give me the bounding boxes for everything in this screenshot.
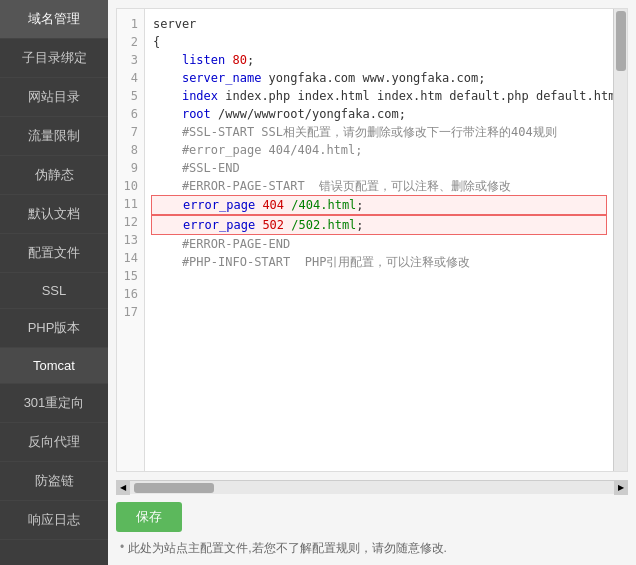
sidebar-item-configfile[interactable]: 配置文件 [0,234,108,273]
sidebar-item-label: Tomcat [33,358,75,373]
code-line-6: root /www/wwwroot/yongfaka.com; [153,105,605,123]
sidebar-item-responselog[interactable]: 响应日志 [0,501,108,540]
code-area[interactable]: server{ listen 80; server_name yongfaka.… [145,9,613,471]
sidebar-item-label: 防盗链 [35,473,74,488]
code-line-2: { [153,33,605,51]
scroll-left-button[interactable]: ◀ [116,481,130,495]
sidebar-item-label: 子目录绑定 [22,50,87,65]
info-text: 此处为站点主配置文件,若您不了解配置规则，请勿随意修改. [128,540,447,557]
sidebar-item-label: SSL [42,283,67,298]
horizontal-thumb[interactable] [134,483,214,493]
code-line-4: server_name yongfaka.com www.yongfaka.co… [153,69,605,87]
sidebar-item-subdir[interactable]: 子目录绑定 [0,39,108,78]
sidebar-item-label: 配置文件 [28,245,80,260]
sidebar-item-defaultdoc[interactable]: 默认文档 [0,195,108,234]
sidebar-item-reverseproxy[interactable]: 反向代理 [0,423,108,462]
sidebar-item-domain[interactable]: 域名管理 [0,0,108,39]
sidebar-item-php[interactable]: PHP版本 [0,309,108,348]
vertical-scrollbar[interactable] [613,9,627,471]
sidebar-item-label: 网站目录 [28,89,80,104]
code-editor[interactable]: 1234567891011121314151617 server{ listen… [116,8,628,472]
sidebar-item-hotlinking[interactable]: 防盗链 [0,462,108,501]
code-line-13: error_page 404 /404.html; [151,195,607,215]
sidebar-item-label: 伪静态 [35,167,74,182]
scrollbar-thumb[interactable] [616,11,626,71]
line-numbers: 1234567891011121314151617 [117,9,145,471]
sidebar-item-label: PHP版本 [28,320,81,335]
code-line-5: index index.php index.html index.htm def… [153,87,605,105]
code-line-17: #PHP-INFO-START PHP引用配置，可以注释或修改 [153,253,605,271]
horizontal-scrollbar[interactable]: ◀ ▶ [116,480,628,494]
sidebar-item-label: 域名管理 [28,11,80,26]
info-section: • 此处为站点主配置文件,若您不了解配置规则，请勿随意修改. [108,536,636,565]
sidebar-item-traffic[interactable]: 流量限制 [0,117,108,156]
action-bar: 保存 [108,494,636,536]
scroll-right-button[interactable]: ▶ [614,481,628,495]
code-line-8: #SSL-START SSL相关配置，请勿删除或修改下一行带注释的404规则 [153,123,605,141]
sidebar-item-301[interactable]: 301重定向 [0,384,108,423]
scrollbar-track: ◀ ▶ [116,481,628,494]
code-line-10: #SSL-END [153,159,605,177]
sidebar-item-label: 301重定向 [24,395,85,410]
sidebar-item-label: 反向代理 [28,434,80,449]
bullet-icon: • [120,540,124,554]
code-line-9: #error_page 404/404.html; [153,141,605,159]
sidebar-item-tomcat[interactable]: Tomcat [0,348,108,384]
sidebar-item-label: 流量限制 [28,128,80,143]
sidebar-item-pseudostatic[interactable]: 伪静态 [0,156,108,195]
sidebar-item-label: 响应日志 [28,512,80,527]
code-line-15: #ERROR-PAGE-END [153,235,605,253]
code-line-1: server [153,15,605,33]
sidebar-item-sitedir[interactable]: 网站目录 [0,78,108,117]
main-content: 1234567891011121314151617 server{ listen… [108,0,636,565]
code-line-3: listen 80; [153,51,605,69]
sidebar: 域名管理 子目录绑定 网站目录 流量限制 伪静态 默认文档 配置文件 SSL P… [0,0,108,565]
sidebar-item-label: 默认文档 [28,206,80,221]
code-line-14: error_page 502 /502.html; [151,215,607,235]
save-button[interactable]: 保存 [116,502,182,532]
sidebar-item-ssl[interactable]: SSL [0,273,108,309]
code-line-12: #ERROR-PAGE-START 错误页配置，可以注释、删除或修改 [153,177,605,195]
